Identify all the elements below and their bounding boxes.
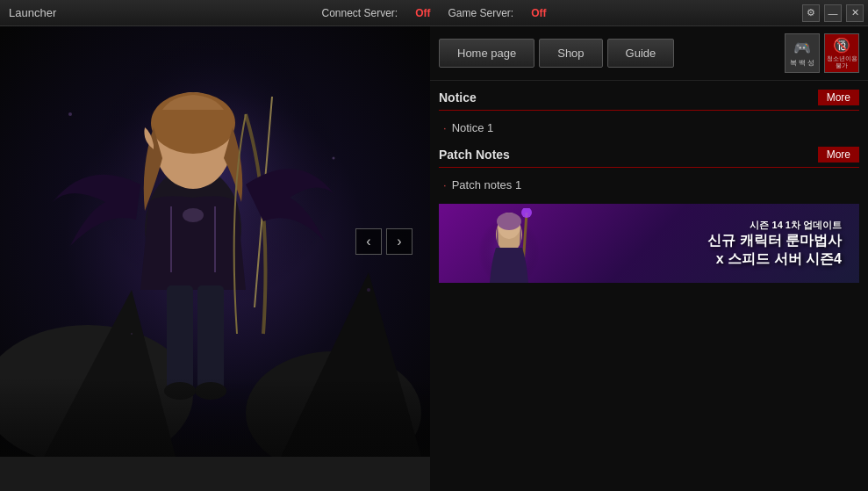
promo-character xyxy=(474,208,544,283)
promo-line1: 시즌 14 1차 업데이트 xyxy=(707,219,842,232)
patch-notes-item-0[interactable]: Patch notes 1 xyxy=(439,175,859,195)
server-status: Connect Server: Off Game Server: Off xyxy=(321,7,546,19)
banner-image: ‹ › xyxy=(0,26,430,457)
rating-badge-1-label: 복 백 성 xyxy=(790,58,814,68)
patch-notes-header: Patch Notes More xyxy=(439,147,859,168)
promo-banner-text: 시즌 14 1차 업데이트 신규 캐릭터 룬마법사 x 스피드 서버 시즌4 xyxy=(707,219,842,269)
content-area: Notice More Notice 1 Patch Notes More Pa… xyxy=(430,81,868,491)
svg-rect-15 xyxy=(0,378,430,457)
game-server-label: Game Server: xyxy=(448,7,514,19)
patch-notes-section: Patch Notes More Patch notes 1 xyxy=(439,147,859,195)
title-bar: Launcher Connect Server: Off Game Server… xyxy=(0,0,868,26)
svg-point-9 xyxy=(183,208,204,222)
rating-badge-2[interactable]: 🔞 청소년이용불가 xyxy=(824,33,859,73)
app-title: Launcher xyxy=(9,6,56,19)
rating-badges: 🎮 복 백 성 🔞 청소년이용불가 xyxy=(785,33,859,73)
right-panel: Home page Shop Guide 🎮 복 백 성 🔞 청소년이용불가 N… xyxy=(430,26,868,491)
connect-server-label: Connect Server: xyxy=(321,7,398,19)
rating-badge-1-icon: 🎮 xyxy=(793,40,811,56)
svg-point-16 xyxy=(68,112,72,116)
home-page-tab[interactable]: Home page xyxy=(439,39,534,68)
notice-item-0[interactable]: Notice 1 xyxy=(439,118,859,138)
notice-section: Notice More Notice 1 xyxy=(439,90,859,138)
shop-tab[interactable]: Shop xyxy=(539,39,602,68)
svg-point-25 xyxy=(521,208,532,218)
settings-button[interactable]: ⚙ xyxy=(802,4,820,22)
svg-rect-11 xyxy=(167,285,193,391)
rating-badge-1[interactable]: 🎮 복 백 성 xyxy=(785,33,820,73)
svg-rect-12 xyxy=(197,285,224,391)
svg-point-17 xyxy=(333,157,335,160)
connect-server-status: Off xyxy=(415,7,430,19)
notice-header: Notice More xyxy=(439,90,859,111)
promo-line2: 신규 캐릭터 룬마법사 x 스피드 서버 시즌4 xyxy=(707,232,842,269)
svg-point-18 xyxy=(131,333,133,335)
rating-badge-2-label: 청소년이용불가 xyxy=(825,55,858,69)
top-nav: Home page Shop Guide 🎮 복 백 성 🔞 청소년이용불가 xyxy=(430,26,868,81)
svg-point-19 xyxy=(367,288,370,292)
notice-more-button[interactable]: More xyxy=(818,90,859,105)
promo-banner[interactable]: 시즌 14 1차 업데이트 신규 캐릭터 룬마법사 x 스피드 서버 시즌4 xyxy=(439,204,859,283)
banner-prev-button[interactable]: ‹ xyxy=(355,228,382,255)
minimize-button[interactable]: — xyxy=(824,4,842,22)
patch-notes-more-button[interactable]: More xyxy=(818,147,859,162)
svg-point-23 xyxy=(497,213,521,230)
close-button[interactable]: ✕ xyxy=(846,4,864,22)
guide-tab[interactable]: Guide xyxy=(607,39,675,68)
game-server-status: Off xyxy=(531,7,546,19)
notice-title: Notice xyxy=(439,90,477,105)
patch-notes-title: Patch Notes xyxy=(439,148,510,162)
main-content: ‹ › Home page Shop Guide 🎮 복 백 성 🔞 청소년이용… xyxy=(0,26,868,491)
left-panel: ‹ › xyxy=(0,26,430,457)
banner-next-button[interactable]: › xyxy=(386,228,412,255)
rating-badge-2-icon: 🔞 xyxy=(833,37,850,54)
title-controls: ⚙ — ✕ xyxy=(802,4,864,22)
